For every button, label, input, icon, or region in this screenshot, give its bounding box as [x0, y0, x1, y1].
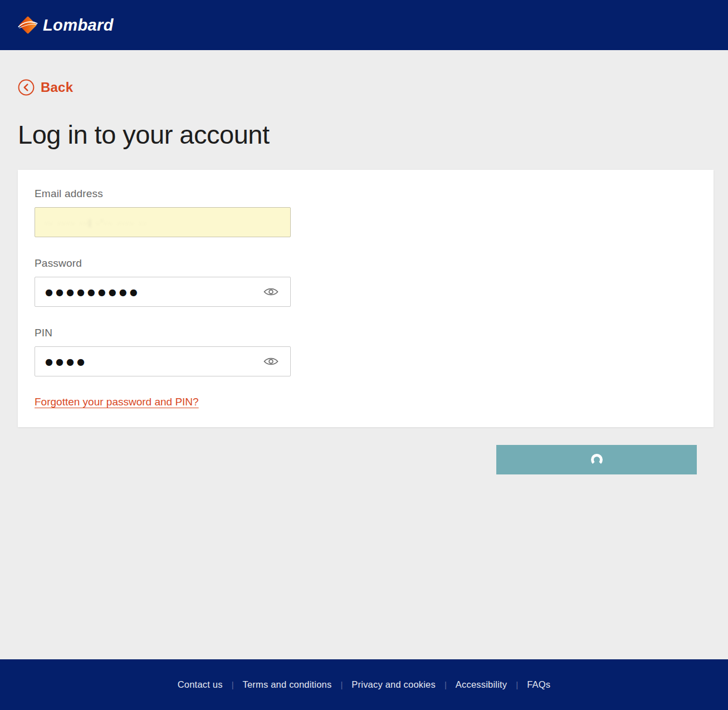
email-redacted-value: ·· ···· ··| ·'·· ···· ··	[45, 218, 148, 227]
footer: Contact us|Terms and conditions|Privacy …	[0, 659, 728, 710]
footer-link-terms-and-conditions[interactable]: Terms and conditions	[243, 679, 332, 690]
pin-field[interactable]: ●●●●	[35, 346, 291, 376]
footer-link-privacy-and-cookies[interactable]: Privacy and cookies	[351, 679, 436, 690]
password-label: Password	[35, 257, 697, 270]
pin-label: PIN	[35, 327, 697, 339]
footer-separator: |	[232, 680, 234, 689]
login-card: Email address ·· ···· ··| ·'·· ···· ·· P…	[18, 170, 714, 427]
lombard-diamond-icon	[18, 15, 38, 35]
brand-logo[interactable]: Lombard	[18, 15, 114, 35]
show-pin-eye-icon[interactable]	[262, 355, 280, 368]
back-link[interactable]: Back	[18, 79, 73, 96]
email-label: Email address	[35, 188, 697, 200]
top-nav: Lombard	[0, 0, 728, 50]
back-chevron-icon	[18, 79, 35, 96]
footer-separator: |	[516, 680, 518, 689]
email-field[interactable]: ·· ···· ··| ·'·· ···· ··	[35, 207, 291, 237]
main-content: Back Log in to your account Email addres…	[0, 50, 728, 659]
forgot-password-pin-link[interactable]: Forgotten your password and PIN?	[35, 396, 199, 408]
footer-separator: |	[340, 680, 343, 689]
footer-links: Contact us|Terms and conditions|Privacy …	[169, 679, 559, 690]
actions-row	[18, 445, 697, 474]
footer-link-accessibility[interactable]: Accessibility	[456, 679, 507, 690]
loading-spinner-icon	[591, 454, 603, 466]
password-masked-value: ●●●●●●●●●	[45, 287, 262, 297]
back-label: Back	[41, 80, 73, 95]
footer-separator: |	[444, 680, 447, 689]
brand-wordmark: Lombard	[43, 16, 114, 35]
show-password-eye-icon[interactable]	[262, 285, 280, 298]
footer-link-contact-us[interactable]: Contact us	[178, 679, 223, 690]
password-field[interactable]: ●●●●●●●●●	[35, 277, 291, 307]
pin-masked-value: ●●●●	[45, 356, 262, 366]
login-submit-button[interactable]	[496, 445, 697, 474]
page-title: Log in to your account	[18, 119, 714, 150]
footer-link-faqs[interactable]: FAQs	[527, 679, 550, 690]
